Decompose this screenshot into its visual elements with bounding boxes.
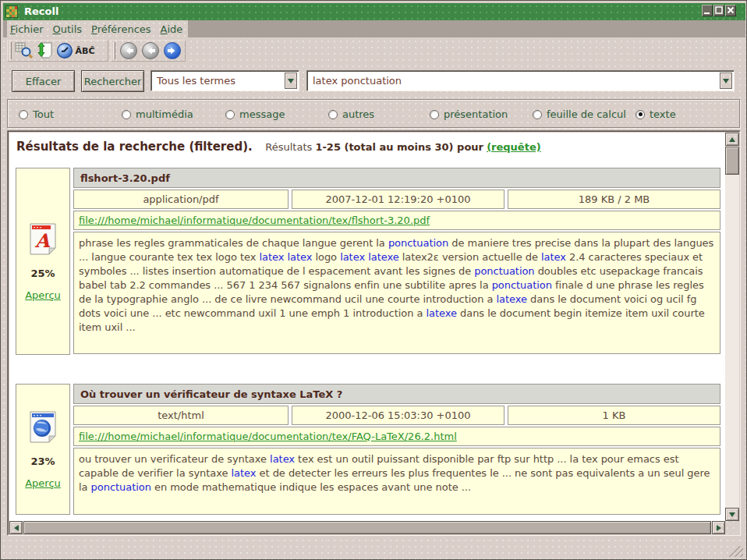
toolbar: ÂBĈ xyxy=(3,37,745,64)
filter-feuille-de-calcul[interactable]: feuille de calcul xyxy=(533,108,626,120)
triangle-right-icon xyxy=(717,525,721,531)
result-url-cell: file:///home/michael/informatique/docume… xyxy=(73,211,720,230)
triangle-down-icon xyxy=(729,512,735,517)
horizontal-scrollbar[interactable] xyxy=(9,521,725,534)
results-summary-count: 1-25 (total au moins 30) pour xyxy=(315,141,483,153)
result-size: 1 KB xyxy=(508,406,720,425)
menu-bar: Fichier Outils Préférences Aide xyxy=(3,20,745,37)
result-mime: text/html xyxy=(73,406,289,425)
pdf-document-icon: A xyxy=(28,222,58,257)
triangle-left-icon xyxy=(14,525,19,531)
search-mode-value: Tous les termes xyxy=(152,72,298,90)
minimize-button[interactable] xyxy=(702,5,713,16)
spellcheck-abc-icon[interactable]: ÂBĈ xyxy=(75,41,95,61)
results-heading: Résultats de la recherche (filtered). xyxy=(16,140,253,154)
result-item-2: 23% Aperçu Où trouver un vérificateur de… xyxy=(16,384,720,515)
result-url-cell: file:///home/michael/informatique/docume… xyxy=(73,427,720,446)
nav-back-icon[interactable] xyxy=(142,42,159,59)
toolbar-handle[interactable] xyxy=(113,42,115,59)
toolbar-group-nav xyxy=(111,40,186,62)
result-item-1: A 25% Aperçu flshort-3.20.pdf applicatio… xyxy=(16,168,720,355)
results-list[interactable]: Résultats de la recherche (filtered). Ré… xyxy=(9,133,725,521)
result-title[interactable]: flshort-3.20.pdf xyxy=(73,168,720,188)
search-mode-dropdown-button[interactable] xyxy=(285,73,297,89)
close-button[interactable] xyxy=(725,5,736,16)
scroll-left-button[interactable] xyxy=(9,521,23,534)
search-button[interactable]: Rechercher xyxy=(81,70,144,92)
filter-category-frame: Tout multimédia message autres présentat… xyxy=(7,99,740,128)
chevron-down-icon xyxy=(288,79,294,83)
radio-icon xyxy=(225,110,235,119)
scroll-right-button[interactable] xyxy=(712,521,725,534)
result-url-link[interactable]: file:///home/michael/informatique/docume… xyxy=(79,431,457,442)
window-title: Recoll xyxy=(24,5,58,17)
menu-outils[interactable]: Outils xyxy=(53,23,83,35)
filter-presentation[interactable]: présentation xyxy=(430,108,508,120)
menu-fichier[interactable]: Fichier xyxy=(10,23,44,35)
results-area: Résultats de la recherche (filtered). Ré… xyxy=(7,130,741,536)
title-bar[interactable]: Recoll xyxy=(3,3,745,20)
result-title[interactable]: Où trouver un vérificateur de syntaxe La… xyxy=(73,384,720,404)
filter-tout[interactable]: Tout xyxy=(19,108,54,120)
table-search-icon[interactable] xyxy=(14,41,34,61)
scroll-down-button[interactable] xyxy=(725,508,739,521)
recoll-window: Recoll Fichier Outils Préférences Aide xyxy=(0,0,747,560)
preview-link[interactable]: Aperçu xyxy=(25,289,61,301)
result-side-panel: A 25% Aperçu xyxy=(16,168,70,355)
radio-icon xyxy=(635,110,645,119)
result-snippet: ou trouver un verificateur de syntaxe la… xyxy=(73,448,720,515)
menu-preferences[interactable]: Préférences xyxy=(91,23,150,35)
chevron-down-icon xyxy=(723,79,729,83)
nav-first-icon[interactable] xyxy=(120,42,137,59)
results-headline: Résultats de la recherche (filtered). Ré… xyxy=(16,140,541,154)
toolbar-group-main: ÂBĈ xyxy=(7,40,108,62)
horizontal-scroll-thumb[interactable] xyxy=(23,521,711,534)
triangle-up-icon xyxy=(729,137,735,142)
nav-forward-icon[interactable] xyxy=(164,42,181,59)
menu-items: Fichier Outils Préférences Aide xyxy=(7,20,188,37)
clock-icon[interactable] xyxy=(55,41,75,61)
query-value: latex ponctuation xyxy=(308,72,733,90)
result-mime: application/pdf xyxy=(73,190,289,209)
vertical-scroll-thumb[interactable] xyxy=(725,147,739,175)
app-icon xyxy=(5,5,18,18)
menu-aide[interactable]: Aide xyxy=(161,23,183,35)
search-mode-select[interactable]: Tous les termes xyxy=(150,70,299,91)
vertical-scrollbar[interactable] xyxy=(725,133,739,521)
toolbar-handle[interactable] xyxy=(9,42,12,59)
relevance-percent: 23% xyxy=(30,455,55,467)
resize-grip[interactable] xyxy=(729,546,743,557)
filter-multimedia[interactable]: multimédia xyxy=(122,108,193,120)
html-document-icon xyxy=(28,410,58,445)
result-snippet: phrase les regles grammaticales de chaqu… xyxy=(73,232,720,354)
filter-message[interactable]: message xyxy=(225,108,285,120)
result-date: 2000-12-06 15:03:30 +0100 xyxy=(292,406,504,425)
clear-button[interactable]: Effacer xyxy=(12,70,75,92)
svg-text:A: A xyxy=(34,229,51,252)
query-input[interactable]: latex ponctuation xyxy=(306,70,735,91)
result-side-panel: 23% Aperçu xyxy=(16,384,70,515)
radio-icon xyxy=(328,110,338,119)
radio-icon xyxy=(122,110,131,119)
radio-icon xyxy=(430,110,439,119)
result-size: 189 KB / 2 MB xyxy=(508,190,720,209)
sort-document-icon[interactable] xyxy=(34,41,55,61)
filter-texte[interactable]: texte xyxy=(635,108,676,120)
maximize-button[interactable] xyxy=(713,5,724,16)
result-url-link[interactable]: file:///home/michael/informatique/docume… xyxy=(79,214,430,226)
radio-icon xyxy=(533,110,542,119)
preview-link[interactable]: Aperçu xyxy=(25,477,61,489)
filter-autres[interactable]: autres xyxy=(328,108,374,120)
scroll-up-button[interactable] xyxy=(725,133,739,146)
results-summary-prefix: Résultats xyxy=(265,141,312,153)
radio-icon xyxy=(19,110,28,119)
query-dropdown-button[interactable] xyxy=(720,73,732,89)
relevance-percent: 25% xyxy=(30,268,55,279)
result-date: 2007-12-01 12:19:20 +0100 xyxy=(292,190,504,209)
query-link[interactable]: (requête) xyxy=(487,141,541,153)
